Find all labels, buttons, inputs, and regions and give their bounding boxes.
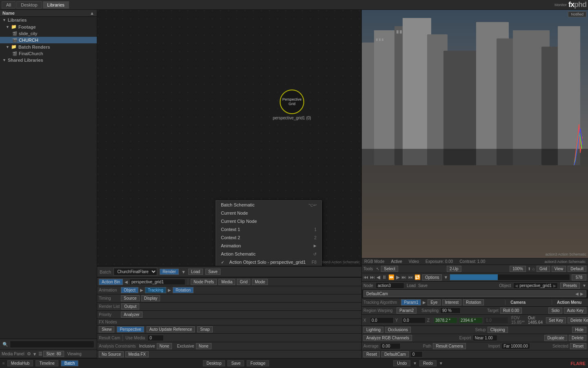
menu-item-action-object-solo[interactable]: Action Object Solo - perspective_grid1 F… [216, 258, 321, 266]
reset-btn[interactable]: Reset [363, 351, 380, 357]
defaultcam-select-btn[interactable]: DefaultCam [381, 351, 409, 357]
inclusive-none-btn[interactable]: None [157, 343, 172, 349]
reset-value-input[interactable] [410, 351, 423, 357]
rotation-track-btn[interactable]: Rotation [463, 299, 484, 305]
no-source-btn[interactable]: No Source [99, 351, 124, 357]
far-input[interactable] [501, 343, 530, 349]
output-btn[interactable]: Output [121, 303, 139, 310]
sampling-input[interactable] [440, 307, 461, 314]
x-input[interactable] [370, 317, 394, 323]
default-btn[interactable]: Default [568, 266, 586, 272]
source-btn[interactable]: Source [121, 295, 140, 301]
near-input[interactable] [473, 335, 497, 341]
schematic-node[interactable]: PerspectiveGrid perspective_grid1 (0) [273, 90, 311, 120]
zoom-btn[interactable]: 100% [510, 266, 526, 272]
panel-gear-icon[interactable]: ⚙ [27, 351, 31, 357]
lighting-btn[interactable]: Lighting [363, 327, 383, 333]
action-bin-arrow[interactable]: ◀ [125, 280, 128, 284]
exclusive-none-btn[interactable]: None [196, 343, 212, 349]
sort-button[interactable]: ▲ [90, 11, 94, 16]
result-camera-btn[interactable]: Result Camera [433, 343, 466, 349]
interest-btn[interactable]: Interest [442, 299, 461, 305]
save-button-render[interactable]: Save [205, 269, 220, 275]
snap-btn[interactable]: Snap [197, 326, 212, 332]
panel-arrow-icon[interactable]: ▼ [33, 352, 37, 357]
grid-btn[interactable]: Grid [237, 279, 250, 285]
node-input[interactable] [376, 283, 404, 289]
presets-arrow[interactable]: ▼ [582, 283, 586, 288]
auto-key-btn[interactable]: Auto Key [564, 307, 586, 314]
action-bin-input[interactable] [129, 279, 185, 285]
save-status-btn[interactable]: Save [227, 360, 244, 366]
menu-item-animation[interactable]: Animation [216, 242, 321, 250]
tracking-btn[interactable]: Tracking [145, 287, 166, 293]
analyze-rgb-btn[interactable]: Analyze RGB Channels [363, 335, 412, 341]
render-button[interactable]: Render [160, 269, 179, 275]
z-input[interactable] [434, 317, 457, 323]
y-input[interactable] [402, 317, 425, 323]
node-circle[interactable]: PerspectiveGrid [280, 90, 304, 114]
timeline-btn[interactable]: Timeline [36, 360, 58, 366]
batch-dropdown[interactable]: ChurchFinalFlare [114, 268, 157, 276]
two-up-btn[interactable]: 2-Up [447, 266, 461, 272]
duplicate-btn[interactable]: Duplicate [544, 335, 567, 341]
solo-btn[interactable]: Solo [548, 307, 562, 314]
render-arrow[interactable]: ▼ [181, 269, 186, 274]
batch-status-btn[interactable]: Batch [61, 360, 79, 366]
zoom-up-icon[interactable]: ⬆ [528, 267, 531, 271]
grid-view-btn[interactable]: Grid [537, 266, 550, 272]
anim-arrow[interactable]: ▶ [140, 288, 143, 292]
param1-arrow[interactable]: ▶ [423, 300, 426, 305]
undo-btn[interactable]: Undo [393, 360, 410, 366]
defaultcam-arrow-right[interactable]: ▶ [580, 292, 584, 296]
menu-item-action-schematic[interactable]: Action Schematic ↺ [216, 250, 321, 258]
object-btn[interactable]: Object [121, 287, 138, 293]
tl-go-end[interactable]: ⏮ [408, 274, 413, 280]
occlusions-btn[interactable]: Occlusions [385, 327, 411, 333]
tl-pause[interactable]: ⏸ [382, 274, 387, 280]
eye-btn[interactable]: Eye [428, 299, 440, 305]
options-btn[interactable]: Options [422, 274, 442, 280]
average-input[interactable] [380, 343, 401, 349]
tl-step-back[interactable]: ⏭ [370, 274, 375, 280]
schematic-area[interactable]: PerspectiveGrid perspective_grid1 (0) Ba… [97, 10, 361, 266]
delete-btn[interactable]: Delete [569, 335, 586, 341]
media-fx-btn[interactable]: Media FX [125, 351, 149, 357]
tracking-arrow[interactable]: ▶ [168, 288, 171, 292]
display-btn[interactable]: Display [141, 295, 160, 301]
perspective-btn[interactable]: Perspective [117, 326, 144, 332]
select-btn[interactable]: Select [381, 266, 398, 272]
defaultcam-arrow-left[interactable]: ◀ [575, 292, 579, 296]
panel-list-icon[interactable]: ☰ [38, 351, 42, 357]
tree-final-church[interactable]: 🎬 FinalChurch [0, 50, 97, 57]
viewer-area[interactable]: action3 Action Schematic Notified [362, 10, 588, 258]
node-prefs-btn[interactable]: Node Prefs [191, 279, 217, 285]
tab-all[interactable]: All [2, 1, 16, 9]
tab-desktop[interactable]: Desktop [16, 1, 42, 9]
timeline-progress[interactable] [450, 274, 570, 280]
reset-action-btn[interactable]: Reset [570, 343, 586, 349]
tl-play-back[interactable]: ◀ [376, 274, 380, 280]
clipping-btn[interactable]: Clipping [488, 327, 508, 333]
view-btn[interactable]: View [552, 266, 566, 272]
tl-play-forward[interactable]: ▶ [396, 274, 400, 280]
mediahub-btn[interactable]: MediaHub [7, 360, 33, 366]
param2-btn[interactable]: Param2 [396, 307, 416, 314]
delete-key-btn[interactable]: Delete Key [568, 317, 588, 323]
menu-item-context2[interactable]: Context 2 2 [216, 233, 321, 242]
redo-arrow[interactable]: ▼ [439, 361, 443, 366]
skew-btn[interactable]: Skew [99, 326, 114, 332]
tree-slide-city[interactable]: 🎬 slide_city [0, 30, 97, 37]
action-bin-btn[interactable]: Action Bin [99, 279, 123, 285]
hide-btn[interactable]: Hide [572, 327, 586, 333]
menu-item-current-node[interactable]: Current Node [216, 209, 321, 217]
presets-btn[interactable]: Presets [560, 283, 580, 289]
tl-loop[interactable]: 🔁 [414, 274, 421, 280]
load-button-render[interactable]: Load [188, 269, 203, 275]
tl-step-forward[interactable]: ⏩ [388, 274, 394, 280]
mode-btn[interactable]: Mode [252, 279, 268, 285]
tl-go-start[interactable]: ⏮ [363, 274, 368, 280]
zoom-home-icon[interactable]: ⌂ [532, 267, 535, 271]
options-arrow[interactable]: ▼ [443, 275, 448, 280]
z2-input[interactable] [459, 317, 483, 323]
